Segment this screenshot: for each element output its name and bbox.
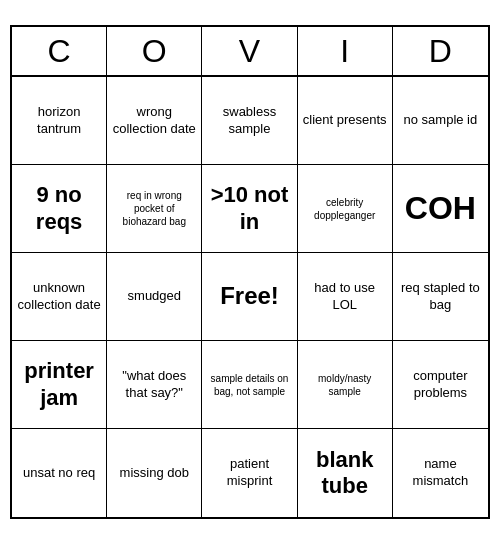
- bingo-letter-d: D: [393, 27, 488, 75]
- bingo-cell-20[interactable]: unsat no req: [12, 429, 107, 517]
- bingo-letter-o: O: [107, 27, 202, 75]
- bingo-cell-3[interactable]: client presents: [298, 77, 393, 165]
- bingo-cell-4[interactable]: no sample id: [393, 77, 488, 165]
- bingo-cell-10[interactable]: unknown collection date: [12, 253, 107, 341]
- bingo-cell-21[interactable]: missing dob: [107, 429, 202, 517]
- bingo-cell-18[interactable]: moldy/nasty sample: [298, 341, 393, 429]
- bingo-cell-2[interactable]: swabless sample: [202, 77, 297, 165]
- bingo-cell-19[interactable]: computer problems: [393, 341, 488, 429]
- bingo-cell-6[interactable]: req in wrong pocket of biohazard bag: [107, 165, 202, 253]
- bingo-header: COVID: [12, 27, 488, 77]
- bingo-cell-12[interactable]: Free!: [202, 253, 297, 341]
- bingo-cell-5[interactable]: 9 no reqs: [12, 165, 107, 253]
- bingo-cell-8[interactable]: celebrity doppleganger: [298, 165, 393, 253]
- bingo-letter-v: V: [202, 27, 297, 75]
- bingo-cell-23[interactable]: blank tube: [298, 429, 393, 517]
- bingo-cell-1[interactable]: wrong collection date: [107, 77, 202, 165]
- bingo-card: COVID horizon tantrumwrong collection da…: [10, 25, 490, 519]
- bingo-cell-0[interactable]: horizon tantrum: [12, 77, 107, 165]
- bingo-cell-7[interactable]: >10 not in: [202, 165, 297, 253]
- bingo-grid: horizon tantrumwrong collection dateswab…: [12, 77, 488, 517]
- bingo-cell-16[interactable]: "what does that say?": [107, 341, 202, 429]
- bingo-cell-11[interactable]: smudged: [107, 253, 202, 341]
- bingo-cell-13[interactable]: had to use LOL: [298, 253, 393, 341]
- bingo-letter-c: C: [12, 27, 107, 75]
- bingo-cell-15[interactable]: printer jam: [12, 341, 107, 429]
- bingo-cell-14[interactable]: req stapled to bag: [393, 253, 488, 341]
- bingo-cell-17[interactable]: sample details on bag, not sample: [202, 341, 297, 429]
- bingo-cell-24[interactable]: name mismatch: [393, 429, 488, 517]
- bingo-letter-i: I: [298, 27, 393, 75]
- bingo-cell-9[interactable]: COH: [393, 165, 488, 253]
- bingo-cell-22[interactable]: patient misprint: [202, 429, 297, 517]
